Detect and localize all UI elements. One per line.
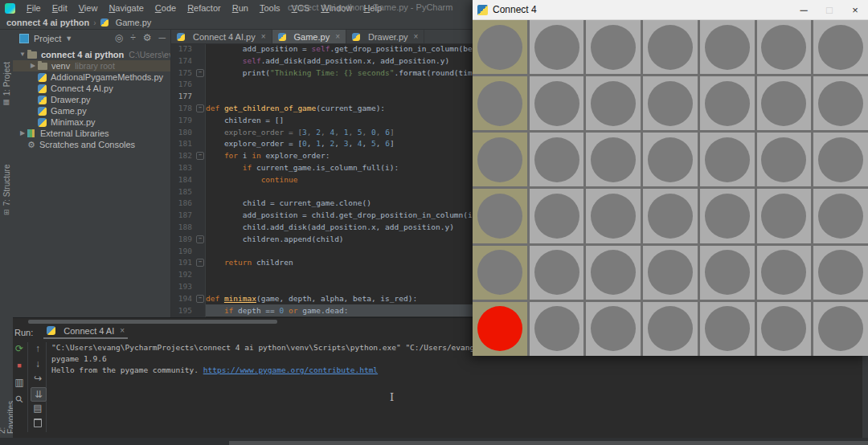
board-cell-r5c1[interactable]: [530, 302, 584, 356]
board-cell-r0c0[interactable]: [473, 20, 527, 74]
tree-row[interactable]: ▼connect 4 ai pythonC:\Users\evang\Pycha: [13, 49, 170, 60]
menu-navigate[interactable]: Navigate: [103, 3, 149, 13]
tree-row[interactable]: ▶venvlibrary root: [13, 60, 170, 71]
fold-marker-icon[interactable]: −: [196, 235, 204, 243]
chevron-open-icon[interactable]: ▼: [18, 49, 27, 60]
board-cell-r2c5[interactable]: [757, 133, 812, 186]
clear-icon[interactable]: [31, 417, 45, 430]
tree-row[interactable]: Minimax.py: [13, 116, 170, 128]
board-cell-r5c4[interactable]: [700, 302, 755, 356]
board-cell-r4c0[interactable]: [473, 246, 527, 300]
board-cell-r5c2[interactable]: [586, 302, 641, 356]
horizontal-scrollbar[interactable]: [28, 320, 277, 324]
stop-icon[interactable]: ■: [12, 359, 27, 372]
project-panel-title[interactable]: Project: [34, 34, 61, 43]
board-cell-r5c0[interactable]: [473, 302, 527, 356]
board-cell-r2c4[interactable]: [700, 133, 755, 186]
close-icon[interactable]: ×: [414, 32, 419, 41]
board-cell-r3c4[interactable]: [700, 189, 755, 243]
tool-button-structure[interactable]: ⊞ 7: Structure: [0, 165, 13, 215]
tree-row[interactable]: ⚙Scratches and Consoles: [13, 139, 170, 150]
tool-button-project[interactable]: ▦ 1: Project: [0, 62, 13, 107]
run-tab[interactable]: Connect 4 AI ×: [43, 326, 128, 339]
print-icon[interactable]: ▤: [31, 402, 45, 414]
settings-icon[interactable]: ⚙: [143, 32, 152, 43]
close-icon[interactable]: ×: [261, 32, 266, 41]
board-cell-r4c4[interactable]: [700, 246, 755, 300]
board-cell-r3c1[interactable]: [530, 189, 584, 243]
tree-row[interactable]: Drawer.py: [13, 94, 170, 105]
breadcrumb-file[interactable]: Game.py: [116, 18, 152, 27]
board-cell-r3c3[interactable]: [643, 189, 698, 243]
board-cell-r2c1[interactable]: [530, 133, 584, 186]
board-cell-r4c3[interactable]: [643, 246, 698, 300]
board-cell-r4c1[interactable]: [530, 246, 584, 300]
board-cell-r1c5[interactable]: [757, 76, 812, 130]
board-cell-r5c3[interactable]: [643, 302, 698, 356]
scroll-to-end-icon[interactable]: ⇊: [31, 387, 47, 402]
board-cell-r1c4[interactable]: [700, 76, 755, 130]
close-icon[interactable]: ×: [335, 32, 340, 41]
chevron-closed-icon[interactable]: ▶: [28, 60, 38, 71]
collapse-all-icon[interactable]: ÷: [130, 32, 136, 43]
board-cell-r2c6[interactable]: [813, 133, 868, 186]
menu-edit[interactable]: Edit: [47, 3, 73, 13]
close-button[interactable]: ×: [842, 0, 868, 20]
breadcrumb-project[interactable]: connect 4 ai python: [6, 18, 89, 27]
menu-code[interactable]: Code: [149, 3, 182, 13]
console-link[interactable]: https://www.pygame.org/contribute.html: [203, 365, 378, 374]
board-cell-r1c2[interactable]: [586, 76, 641, 130]
fold-marker-icon[interactable]: −: [196, 295, 204, 303]
tree-row[interactable]: Game.py: [13, 105, 170, 116]
menu-run[interactable]: Run: [227, 3, 254, 13]
board-cell-r3c0[interactable]: [473, 189, 527, 243]
editor-tab-connect-4-ai-py[interactable]: Connect 4 AI.py×: [171, 30, 272, 43]
rerun-icon[interactable]: ⟳: [12, 342, 27, 355]
editor-tab-drawer-py[interactable]: Drawer.py×: [346, 30, 424, 43]
tree-row[interactable]: Connect 4 AI.py: [13, 83, 170, 94]
tree-row[interactable]: ▶External Libraries: [13, 128, 170, 139]
restore-layout-icon[interactable]: ▥: [12, 376, 27, 389]
chevron-down-icon[interactable]: ▼: [65, 35, 72, 43]
fold-marker-icon[interactable]: −: [196, 259, 204, 267]
chevron-closed-icon[interactable]: ▶: [18, 128, 27, 139]
board-cell-r1c1[interactable]: [530, 76, 584, 130]
board-cell-r2c0[interactable]: [473, 133, 527, 186]
board-cell-r1c6[interactable]: [813, 76, 868, 130]
board-cell-r0c4[interactable]: [700, 20, 755, 74]
locate-icon[interactable]: ◎: [115, 32, 123, 43]
editor-tab-game-py[interactable]: Game.py×: [272, 30, 346, 43]
fold-marker-icon[interactable]: −: [196, 152, 204, 160]
board-cell-r1c3[interactable]: [643, 76, 698, 130]
board-cell-r4c5[interactable]: [757, 246, 812, 300]
board-cell-r2c2[interactable]: [586, 133, 641, 186]
board-cell-r3c5[interactable]: [757, 189, 812, 243]
up-icon[interactable]: ↑: [31, 342, 45, 355]
soft-wrap-icon[interactable]: ↪: [31, 372, 45, 385]
menu-refactor[interactable]: Refactor: [182, 3, 227, 13]
board-cell-r1c0[interactable]: [473, 76, 527, 130]
board-cell-r0c5[interactable]: [757, 20, 812, 74]
board-cell-r4c6[interactable]: [813, 246, 868, 300]
hide-icon[interactable]: ─: [158, 32, 166, 43]
board-cell-r5c5[interactable]: [757, 302, 812, 356]
menu-view[interactable]: View: [73, 3, 104, 13]
fold-marker-icon[interactable]: −: [196, 104, 204, 112]
pin-icon[interactable]: ⚲: [10, 390, 29, 409]
close-icon[interactable]: ×: [120, 326, 125, 335]
vertical-scrollbar[interactable]: [862, 356, 868, 438]
board-cell-r3c6[interactable]: [813, 189, 868, 243]
board-cell-r0c3[interactable]: [643, 20, 698, 74]
tree-row[interactable]: AddionalPygameMethods.py: [13, 71, 170, 83]
fold-marker-icon[interactable]: −: [196, 69, 204, 77]
menu-file[interactable]: File: [21, 3, 47, 13]
maximize-button[interactable]: □: [817, 0, 842, 20]
board-cell-r0c6[interactable]: [813, 20, 868, 74]
board-cell-r4c2[interactable]: [586, 246, 641, 300]
board-cell-r3c2[interactable]: [586, 189, 641, 243]
board-cell-r0c2[interactable]: [586, 20, 641, 74]
menu-tools[interactable]: Tools: [254, 3, 286, 13]
down-icon[interactable]: ↓: [31, 357, 45, 370]
board-cell-r0c1[interactable]: [530, 20, 584, 74]
board-cell-r2c3[interactable]: [643, 133, 698, 186]
